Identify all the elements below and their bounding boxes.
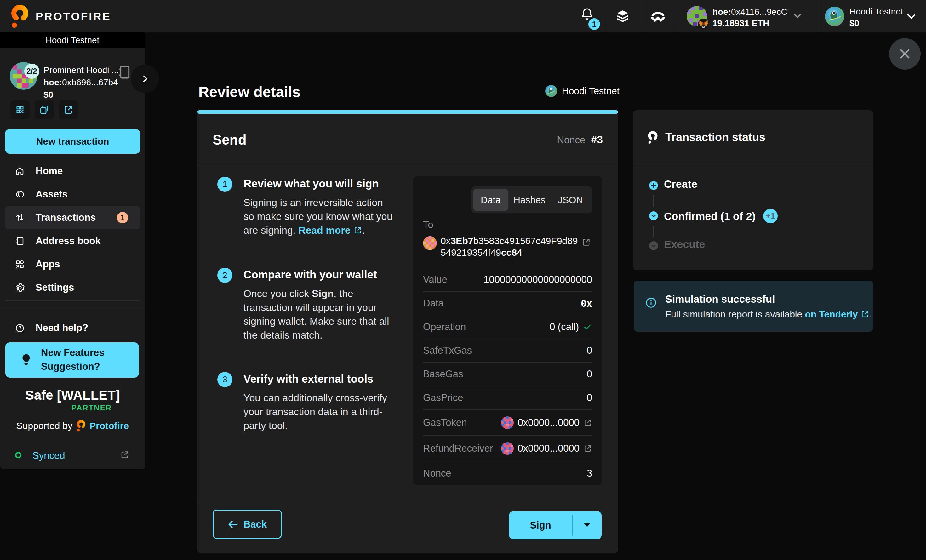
brand[interactable]: PROTOFIRE [11, 0, 111, 32]
status-step-create: Create [664, 178, 698, 190]
recipient-external-link-icon[interactable] [581, 238, 591, 247]
tab-hashes[interactable]: Hashes [508, 189, 551, 211]
status-step-confirmed: Confirmed (1 of 2) [664, 210, 756, 222]
copy-address-button[interactable] [35, 100, 54, 120]
protofire-mini-logo-icon [76, 420, 86, 432]
step-3-body: You can additionally cross-verify your t… [244, 391, 387, 433]
sidebar-item-help[interactable]: Need help? [0, 316, 145, 340]
new-transaction-button[interactable]: New transaction [5, 129, 140, 154]
open-explorer-button[interactable] [59, 100, 78, 120]
address-book-add-icon[interactable] [115, 63, 133, 81]
data-row-safetxgas: SafeTxGas 0 [423, 339, 592, 363]
data-row-operation: Operation 0 (call) [423, 315, 592, 339]
sign-dropdown-caret-icon[interactable] [573, 522, 602, 529]
data-row-data: Data 0x [423, 292, 592, 315]
status-connector [653, 195, 654, 207]
qr-code-button[interactable] [11, 100, 30, 120]
simulation-body: Full simulation report is available on T… [665, 309, 872, 320]
back-button[interactable]: Back [213, 510, 282, 539]
info-icon [645, 297, 657, 308]
supported-by-brand[interactable]: Protofire [89, 421, 129, 431]
notifications-count-badge: 1 [589, 18, 600, 30]
to-label: To [423, 219, 433, 230]
external-link-icon [861, 310, 869, 318]
confirmations-plus-badge: +1 [763, 209, 778, 223]
close-button[interactable] [889, 38, 921, 70]
create-step-icon [649, 181, 658, 190]
batch-transactions-icon[interactable] [615, 9, 630, 24]
network-balance: $0 [849, 17, 903, 29]
settings-gear-icon [15, 283, 25, 293]
brand-name: PROTOFIRE [36, 10, 111, 23]
lightbulb-icon [21, 353, 32, 366]
step-2-circle: 2 [217, 268, 233, 283]
recipient-address[interactable]: 0x3Eb7b3583c491567c49F9d89549219354f49cc… [440, 235, 578, 258]
wallet-chevron-down-icon[interactable] [792, 11, 803, 21]
transaction-type: Send [213, 132, 247, 148]
wallet-address: 0x4116...9ecC [731, 7, 787, 17]
protofire-status-icon [647, 131, 658, 144]
sidebar-divider [0, 309, 145, 309]
page-title: Review details [198, 83, 301, 100]
sidebar-network-banner: Hoodi Testnet [0, 32, 145, 48]
metamask-fox-icon [698, 18, 709, 30]
sidebar-item-address-book[interactable]: Address book [0, 229, 145, 253]
nonce-label: Nonce [557, 135, 586, 146]
network-chevron-down-icon[interactable] [905, 12, 917, 21]
data-row-value: Value 10000000000000000000 [423, 268, 592, 292]
sync-status: Synced [0, 448, 145, 463]
transaction-status-card: Transaction status Create Confirmed (1 o… [633, 110, 873, 270]
status-connector [653, 226, 654, 238]
sidebar-item-settings[interactable]: Settings [0, 276, 145, 299]
tenderly-link[interactable]: on Tenderly [805, 309, 869, 319]
network-chip-avatar [545, 85, 557, 97]
sidebar: Hoodi Testnet 2/2 Prominent Hoodi ... ho… [0, 32, 145, 469]
sidebar-item-home[interactable]: Home [0, 159, 145, 183]
zero-address-avatar [501, 416, 514, 429]
refundreceiver-external-link-icon[interactable] [583, 444, 592, 453]
sync-external-link-icon[interactable] [120, 450, 129, 460]
sidebar-nav: Home Assets Transactions 1 Address book [0, 159, 145, 299]
sidebar-divider [5, 300, 140, 301]
wallet-balance: 19.18931 ETH [713, 18, 787, 29]
status-step-confirmed-row: Confirmed (1 of 2)+1 [664, 209, 778, 223]
safe-balance: $0 [44, 88, 119, 101]
success-check-icon [583, 322, 592, 331]
simulation-title: Simulation successful [665, 293, 775, 305]
network-avatar [825, 7, 844, 26]
header-divider [675, 0, 675, 32]
external-link-icon [353, 226, 362, 235]
threshold-badge: 2/2 [24, 64, 39, 79]
header-divider [641, 0, 641, 32]
nonce-value: #3 [591, 133, 603, 146]
read-more-link[interactable]: Read more [298, 225, 362, 236]
sidebar-item-assets[interactable]: Assets [0, 183, 145, 206]
network-chip: Hoodi Testnet [545, 85, 618, 97]
header-divider [605, 0, 605, 32]
confirmed-step-icon [649, 211, 658, 220]
synced-status-icon [15, 451, 22, 459]
tab-json[interactable]: JSON [551, 189, 590, 211]
apps-icon [15, 259, 25, 269]
protofire-logo-icon [11, 5, 29, 28]
progress-bar [197, 110, 618, 114]
step-1-circle: 1 [217, 177, 233, 192]
data-row-gasprice: GasPrice 0 [423, 386, 592, 410]
new-features-button[interactable]: New FeaturesSuggestion? [5, 342, 139, 378]
network-name: Hoodi Testnet [849, 6, 903, 17]
sign-button[interactable]: Sign [509, 511, 602, 539]
sidebar-item-transactions[interactable]: Transactions 1 [5, 206, 140, 229]
walletconnect-icon[interactable] [649, 9, 666, 23]
simulation-result-box: Simulation successful Full simulation re… [634, 281, 873, 331]
gastoken-external-link-icon[interactable] [583, 418, 592, 427]
wallet-info[interactable]: hoe:0x4116...9ecC 19.18931 ETH [713, 6, 787, 29]
step-1-body: Signing is an irreversible action so mak… [244, 195, 392, 237]
step-1-title: Review what you will sign [244, 176, 379, 191]
safe-wallet-partner-logo: Safe [WALLET] PARTNER [0, 388, 145, 412]
tab-data[interactable]: Data [474, 189, 508, 211]
network-info[interactable]: Hoodi Testnet $0 [849, 6, 903, 29]
safe-name: Prominent Hoodi ... [44, 64, 119, 76]
sidebar-collapse-button[interactable] [131, 65, 159, 93]
sidebar-item-apps[interactable]: Apps [0, 253, 145, 276]
transactions-icon [15, 213, 25, 222]
